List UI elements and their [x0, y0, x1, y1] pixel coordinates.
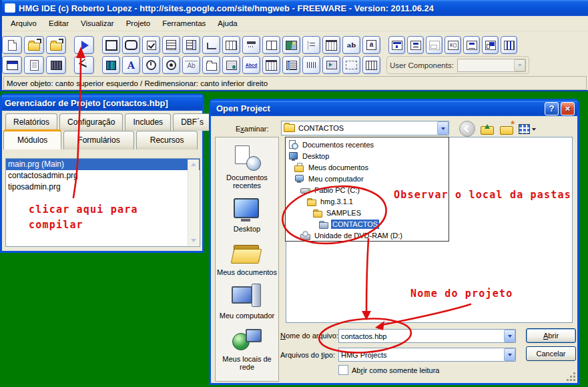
cancel-button[interactable]: Cancelar: [526, 346, 576, 361]
label-tool-icon: A: [127, 60, 135, 71]
combobox-tool-button[interactable]: [182, 36, 200, 54]
module-tiposadmin-prg[interactable]: tiposadmin.prg: [6, 181, 200, 193]
tree-tool-button[interactable]: [302, 36, 320, 54]
grid-tool-button[interactable]: [222, 36, 240, 54]
form-tool-button[interactable]: [102, 36, 120, 54]
tab-configuracao[interactable]: Configuração: [59, 113, 123, 131]
tree-item-unidade-de-dvd-ram-d[interactable]: Unidade de DVD-RAM (D:): [286, 230, 449, 241]
report-tool-button[interactable]: [24, 56, 44, 74]
monthcal-tool-button[interactable]: [262, 56, 280, 74]
project-manager-titlebar[interactable]: Gerenciador de Projeto [contactos.hbp]: [2, 95, 202, 111]
tab-recursos[interactable]: Recursos: [136, 131, 198, 149]
image-tool-button[interactable]: [282, 36, 300, 54]
menu-visualizar[interactable]: Visualizar: [75, 17, 120, 30]
toolbar-tool-button[interactable]: [242, 36, 260, 54]
frame-tool-button[interactable]: Ab: [182, 56, 200, 74]
open-button[interactable]: Abrir: [526, 328, 576, 343]
tab-control-tool-icon: [206, 63, 217, 71]
splitbox-tool-button[interactable]: [262, 36, 280, 54]
window-form-tool-button[interactable]: [2, 56, 22, 74]
tab-relatorios[interactable]: Relatórios: [5, 113, 57, 131]
chevron-down-icon[interactable]: [437, 121, 449, 135]
folder-icon: [284, 124, 295, 132]
tree-item-samples[interactable]: SAMPLES: [286, 207, 449, 218]
timer-tool-button[interactable]: [142, 56, 160, 74]
resize-grip-icon[interactable]: [573, 379, 575, 381]
tab-control-tool-button[interactable]: [202, 56, 220, 74]
datepicker-tool-button[interactable]: [322, 36, 340, 54]
chevron-down-icon[interactable]: [504, 348, 515, 361]
dock-top-tool-button[interactable]: [388, 36, 405, 54]
dock-columns-tool-button[interactable]: [501, 36, 517, 54]
tree-item-meus-documentos[interactable]: Meus documentos: [286, 161, 449, 173]
user-components-combo[interactable]: [457, 59, 526, 72]
dock-tabbed-tool-button[interactable]: [482, 36, 499, 54]
tree-item-documentos-recentes[interactable]: Documentos recentes: [286, 139, 449, 150]
slides-tool-button[interactable]: [222, 56, 240, 74]
page-tool-button[interactable]: a: [362, 36, 380, 54]
place-documentos-recentes[interactable]: Documentos recentes: [216, 145, 278, 189]
help-button[interactable]: ?: [545, 102, 559, 115]
radio-tool-button[interactable]: [162, 56, 180, 74]
dock-list-tool-button[interactable]: [463, 36, 480, 54]
checklist-tool-button[interactable]: [282, 56, 300, 74]
readonly-checkbox[interactable]: [338, 365, 348, 375]
menu-projeto[interactable]: Projeto: [120, 17, 156, 30]
file-type-combo[interactable]: HMG Projects: [338, 348, 516, 362]
menu-editar[interactable]: Editar: [43, 17, 75, 30]
menu-arquivo[interactable]: Arquivo: [5, 17, 43, 30]
views-menu-icon[interactable]: [519, 121, 536, 136]
dock-stack-tool-button[interactable]: [407, 36, 424, 54]
place-meus-documentos[interactable]: Meus documentos: [216, 240, 278, 276]
open-project-button[interactable]: [24, 36, 44, 54]
chevron-down-icon[interactable]: [514, 59, 525, 71]
tree-item-pablo-pc-c[interactable]: Pablo PC (C:): [286, 184, 449, 196]
dotted-frame-tool-button[interactable]: [342, 56, 360, 74]
ide-titlebar[interactable]: HMG IDE (c) Roberto Lopez - http://sites…: [2, 0, 588, 16]
chevron-down-icon[interactable]: [504, 330, 515, 342]
place-meus-locais-de-rede[interactable]: Meus locais de rede: [216, 327, 278, 371]
tree-item-meu-computador[interactable]: Meu computador: [286, 173, 449, 184]
textbox-tool-button[interactable]: ab: [342, 36, 360, 54]
library-tool-button[interactable]: [102, 56, 120, 74]
hyperlink-tool-button[interactable]: Abcd: [242, 56, 260, 74]
pointer-tool-button[interactable]: [74, 56, 94, 74]
tab-modulos[interactable]: Módulos: [3, 129, 61, 149]
scroll-down-icon[interactable]: [188, 236, 199, 246]
file-name-combo[interactable]: contactos.hbp: [338, 329, 516, 343]
run-project-button[interactable]: [74, 36, 94, 54]
scroll-up-icon[interactable]: [188, 159, 199, 169]
checkbox-tool-button[interactable]: [142, 36, 160, 54]
place-meu-computador[interactable]: Meu computador: [216, 284, 278, 320]
rounded-form-tool-button[interactable]: [122, 36, 140, 54]
back-icon[interactable]: [459, 121, 475, 137]
player-tool-button[interactable]: [322, 56, 340, 74]
line-tool-button[interactable]: [202, 36, 220, 54]
open-dialog-titlebar[interactable]: Open Project ? ×: [211, 101, 577, 116]
label-tool-button[interactable]: A: [122, 56, 140, 74]
new-project-button[interactable]: [2, 36, 22, 54]
dock-center-tool-button[interactable]: [445, 36, 461, 54]
dock-bottom-tool-button[interactable]: [426, 36, 443, 54]
data-grid-tool-button[interactable]: [362, 56, 380, 74]
tree-item-contactos[interactable]: CONTACTOS: [286, 218, 449, 230]
menu-ajuda[interactable]: Ajuda: [212, 17, 243, 30]
tree-item-hmg-3-1-1[interactable]: hmg.3.1.1: [286, 196, 449, 207]
module-contactosadmin-prg[interactable]: contactosadmin.prg: [6, 170, 200, 181]
tab-formularios[interactable]: Formulários: [63, 131, 133, 149]
menu-ferramentas[interactable]: Ferramentas: [156, 17, 212, 30]
dark-grid-tool-button[interactable]: [46, 56, 66, 74]
tab-includes[interactable]: Includes: [125, 113, 171, 131]
up-one-level-icon[interactable]: [480, 121, 495, 136]
barcode-tool-button[interactable]: [302, 56, 320, 74]
new-folder-icon[interactable]: [499, 121, 514, 136]
close-button[interactable]: ×: [561, 102, 575, 115]
modules-scrollbar[interactable]: [188, 159, 199, 246]
tab-dbf-s[interactable]: DBF´s: [173, 113, 212, 131]
place-desktop[interactable]: Desktop: [216, 197, 278, 233]
examinar-combo[interactable]: CONTACTOS: [281, 121, 449, 135]
module-main-prg-main[interactable]: main.prg (Main): [6, 159, 200, 170]
listbox-tool-button[interactable]: [162, 36, 180, 54]
save-as-project-button[interactable]: [46, 36, 66, 54]
tree-item-desktop[interactable]: Desktop: [286, 150, 449, 161]
